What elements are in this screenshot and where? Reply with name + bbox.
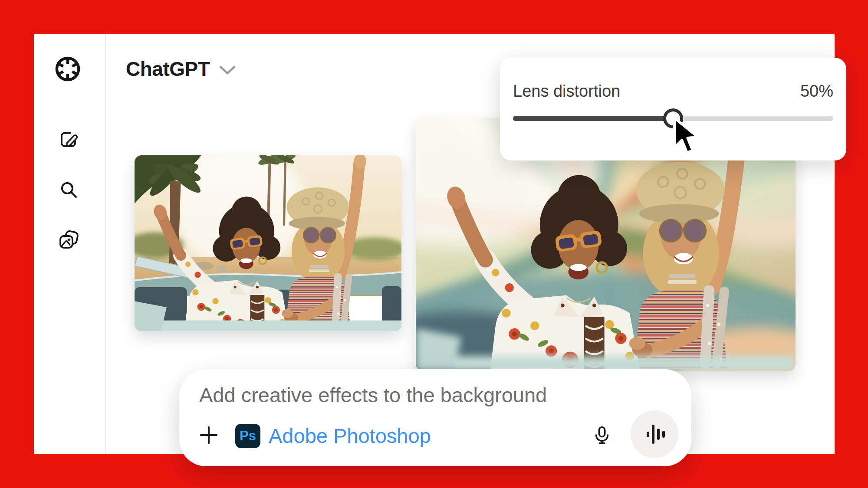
model-switcher[interactable]: ChatGPT	[126, 57, 236, 81]
sidebar-divider	[105, 34, 106, 454]
photoshop-label: Adobe Photoshop	[269, 424, 431, 448]
original-photo	[135, 155, 401, 331]
image-library-icon[interactable]	[58, 229, 79, 250]
app-frame: ChatGPT Lens distortion 50%	[0, 0, 868, 488]
slider-value: 50%	[800, 82, 833, 101]
plus-icon[interactable]	[199, 425, 219, 445]
chevron-down-icon	[219, 66, 236, 75]
voice-mode-button[interactable]	[631, 410, 678, 458]
lens-distortion-slider[interactable]	[513, 116, 833, 121]
photoshop-badge: Ps	[235, 424, 260, 448]
openai-logo	[54, 55, 82, 82]
slider-handle[interactable]	[663, 108, 683, 128]
page-title: ChatGPT	[126, 57, 210, 81]
adobe-photoshop-chip[interactable]: Ps Adobe Photoshop	[235, 424, 431, 448]
slider-fill	[513, 116, 673, 121]
new-chat-icon[interactable]	[58, 129, 79, 150]
prompt-text[interactable]: Add creative effects to the background	[199, 383, 547, 407]
lens-distortion-panel: Lens distortion 50%	[500, 58, 846, 160]
search-icon[interactable]	[58, 179, 79, 200]
sidebar	[34, 34, 105, 454]
slider-label: Lens distortion	[513, 82, 620, 101]
voice-waveform-icon	[641, 420, 668, 448]
microphone-icon[interactable]	[592, 425, 612, 445]
prompt-bar[interactable]: Add creative effects to the background P…	[179, 369, 691, 466]
